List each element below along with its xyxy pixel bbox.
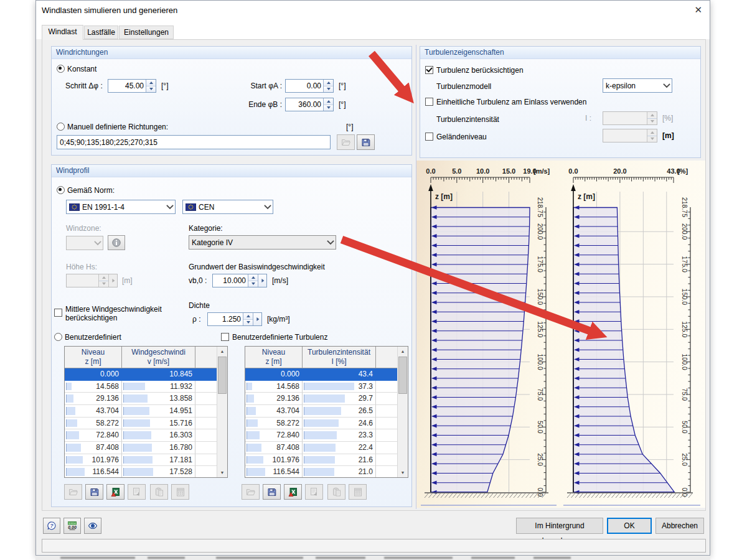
display-options-button[interactable] (84, 518, 101, 534)
schritt-spinner[interactable] (146, 80, 156, 92)
empty-cell[interactable] (376, 381, 398, 393)
empty-cell[interactable] (376, 368, 398, 381)
value-cell[interactable]: 24.6 (303, 418, 376, 430)
norm-combo[interactable]: EN 1991-1-4 (66, 200, 176, 214)
value-cell[interactable]: 21.0 (303, 466, 376, 477)
value-cell[interactable]: 37.3 (303, 381, 376, 393)
niveau-cell[interactable]: 72.840 (65, 429, 122, 442)
niveau-cell[interactable]: 43.704 (245, 405, 303, 418)
empty-cell[interactable] (376, 418, 398, 430)
gemaess-norm-radio[interactable] (57, 186, 65, 194)
value-cell[interactable]: 16.780 (122, 442, 195, 454)
empty-cell[interactable] (195, 454, 217, 467)
empty-cell[interactable] (376, 405, 398, 418)
hoehe-field[interactable] (66, 274, 118, 287)
table-row[interactable]: 14.56811.932 (65, 381, 217, 393)
open-button[interactable] (242, 484, 260, 500)
table-row[interactable]: 87.40816.780 (65, 442, 217, 454)
turbulence-table-scrollbar[interactable]: ▲ ▼ (397, 347, 408, 477)
niveau-cell[interactable]: 116.544 (245, 466, 303, 477)
niveau-cell[interactable]: 58.272 (65, 418, 122, 430)
excel-export-button[interactable] (106, 484, 125, 500)
manuell-radio[interactable] (57, 123, 65, 131)
intensity-spinner[interactable] (647, 112, 657, 124)
start-field[interactable]: 0.00 (285, 79, 334, 93)
table-row[interactable]: 0.00043.4 (245, 368, 398, 381)
niveau-cell[interactable]: 14.568 (65, 381, 122, 393)
help-button[interactable] (43, 518, 60, 534)
konstant-radio[interactable] (57, 65, 65, 73)
clipboard-button[interactable] (327, 484, 345, 500)
niveau-cell[interactable]: 87.408 (245, 442, 303, 454)
value-cell[interactable]: 17.528 (122, 466, 195, 477)
annex-combo[interactable]: CEN (182, 200, 273, 214)
save-button[interactable] (263, 484, 281, 500)
niveau-cell[interactable]: 0.000 (245, 368, 303, 381)
table-row[interactable]: 43.70414.951 (65, 405, 217, 418)
niveau-cell[interactable]: 87.408 (65, 442, 122, 454)
table-row[interactable]: 72.84023.3 (245, 429, 398, 442)
table-row[interactable]: 29.13629.7 (245, 393, 398, 405)
empty-cell[interactable] (195, 405, 217, 418)
table-row[interactable]: 43.70426.5 (245, 405, 398, 418)
background-calc-button[interactable]: Im Hintergrund berechnen (516, 518, 603, 534)
niveau-cell[interactable]: 29.136 (65, 393, 122, 405)
rho-spinner[interactable] (243, 313, 253, 325)
turbulenz-beruecksichtigen-checkbox[interactable] (425, 66, 433, 74)
velocity-table-col1-header[interactable]: Niveauz [m] (65, 347, 122, 368)
table-row[interactable]: 58.27215.716 (65, 418, 217, 430)
empty-cell[interactable] (376, 466, 398, 477)
hoehe-detail-arrow-icon[interactable] (108, 274, 117, 287)
empty-cell[interactable] (376, 454, 398, 467)
value-cell[interactable]: 15.716 (122, 418, 195, 430)
value-cell[interactable]: 29.7 (303, 393, 376, 405)
empty-cell[interactable] (376, 393, 398, 405)
calculator-button[interactable] (349, 484, 367, 500)
scroll-down-icon[interactable]: ▼ (217, 468, 227, 477)
windzone-combo[interactable] (66, 236, 103, 250)
benutzerdefiniert-radio[interactable] (54, 333, 62, 341)
empty-cell[interactable] (376, 442, 398, 454)
table-row[interactable]: 101.97617.181 (65, 454, 217, 467)
scroll-up-icon[interactable]: ▲ (217, 347, 227, 356)
scroll-thumb[interactable] (398, 357, 407, 394)
ende-field[interactable]: 360.00 (285, 98, 334, 111)
tab-lastfaelle[interactable]: Lastfälle (84, 26, 118, 39)
scroll-down-icon[interactable]: ▼ (398, 468, 408, 477)
hoehe-spinner[interactable] (98, 274, 108, 287)
table-row[interactable]: 116.54421.0 (245, 466, 398, 477)
niveau-cell[interactable]: 116.544 (65, 466, 122, 477)
table-row[interactable]: 0.00010.845 (65, 368, 217, 381)
empty-cell[interactable] (195, 442, 217, 454)
ende-spinner[interactable] (323, 98, 333, 111)
table-row[interactable]: 116.54417.528 (65, 466, 217, 477)
empty-cell[interactable] (376, 429, 398, 442)
ground-spinner[interactable] (647, 129, 657, 142)
value-cell[interactable]: 14.951 (122, 405, 195, 418)
niveau-cell[interactable]: 14.568 (245, 381, 303, 393)
mittlere-checkbox[interactable] (54, 309, 62, 317)
rho-field[interactable]: 1.250 (207, 312, 262, 326)
value-cell[interactable]: 16.303 (122, 429, 195, 442)
save-button[interactable] (85, 484, 103, 500)
save-directions-button[interactable] (357, 134, 375, 150)
niveau-cell[interactable]: 72.840 (245, 429, 303, 442)
excel-export-button[interactable] (284, 484, 302, 500)
excel-import-button[interactable] (128, 484, 146, 500)
niveau-cell[interactable]: 0.000 (65, 368, 122, 381)
units-button[interactable] (63, 518, 81, 534)
tab-einstellungen[interactable]: Einstellungen (119, 26, 174, 39)
turbulenzintensitaet-field[interactable] (603, 111, 657, 125)
value-cell[interactable]: 43.4 (303, 368, 376, 381)
open-button[interactable] (64, 484, 82, 500)
open-directions-button[interactable] (337, 134, 355, 150)
clipboard-button[interactable] (150, 484, 168, 500)
tab-windlast[interactable]: Windlast (42, 25, 83, 40)
niveau-cell[interactable]: 29.136 (245, 393, 303, 405)
turbulenzmodell-combo[interactable]: k-epsilon (603, 78, 672, 93)
scroll-up-icon[interactable]: ▲ (398, 347, 408, 356)
niveau-cell[interactable]: 101.976 (65, 454, 122, 467)
value-cell[interactable]: 21.6 (303, 454, 376, 467)
table-row[interactable]: 29.13613.858 (65, 393, 217, 405)
table-row[interactable]: 101.97621.6 (245, 454, 398, 467)
